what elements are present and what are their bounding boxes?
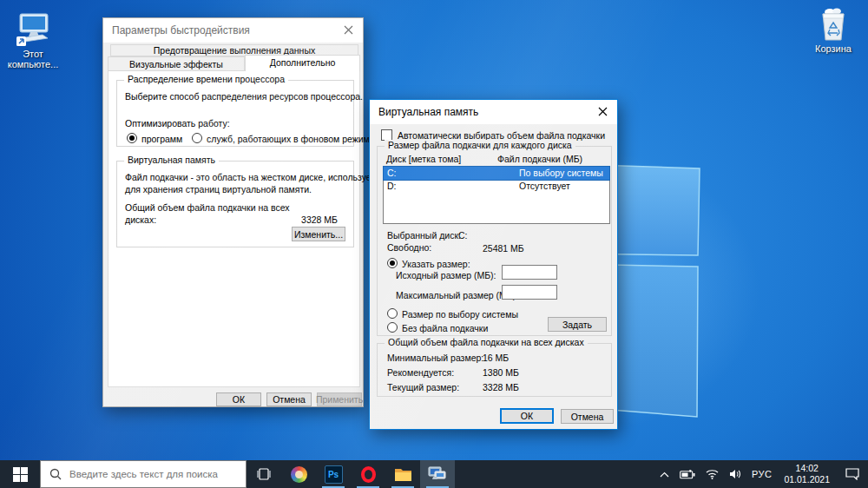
drive-letter: C:	[384, 167, 519, 180]
action-center-icon	[845, 468, 859, 480]
radio-custom-size[interactable]	[387, 258, 398, 268]
recycle-bin-icon	[817, 7, 850, 42]
tab-advanced[interactable]: Дополнительно	[245, 55, 360, 71]
total-pagefile-group: Общий объем файла подкачки на всех диска…	[377, 343, 612, 397]
close-icon[interactable]	[588, 100, 617, 123]
speaker-icon	[729, 469, 741, 479]
recommended-label: Рекомендуется:	[387, 367, 454, 378]
radio-no-pagefile[interactable]	[387, 322, 398, 333]
auto-manage-label[interactable]: Автоматически выбирать объем файла подка…	[398, 130, 605, 141]
radio-background-services[interactable]	[192, 133, 202, 143]
change-button[interactable]: Изменить...	[292, 227, 345, 241]
performance-dialog-title: Параметры быстродействия	[103, 24, 250, 36]
radio-background-services-label[interactable]: служб, работающих в фоновом режиме	[207, 134, 375, 144]
opera-app-button[interactable]	[351, 460, 385, 488]
drive-pagefile-value: По выбору системы	[519, 167, 609, 180]
desktop-icon-recycle-bin[interactable]: Корзина	[800, 7, 866, 54]
task-view-icon	[256, 467, 272, 481]
apply-button[interactable]: Применить	[317, 392, 362, 406]
language-indicator[interactable]: РУС	[746, 460, 778, 488]
radio-system-managed[interactable]	[387, 308, 398, 319]
photoshop-icon: Ps	[325, 465, 343, 484]
system-monitor-icon	[428, 466, 447, 482]
virtual-memory-dialog: Виртуальная память Автоматически выбират…	[369, 99, 618, 430]
virtual-memory-title: Виртуальная память	[370, 106, 478, 118]
action-center-button[interactable]	[837, 460, 868, 488]
clock-time: 14:02	[784, 463, 830, 474]
set-button[interactable]: Задать	[548, 317, 607, 332]
close-icon[interactable]	[333, 18, 363, 42]
drive-row-c[interactable]: C: По выбору системы	[384, 167, 609, 180]
optimize-label: Оптимизировать работу:	[125, 118, 230, 129]
file-explorer-button[interactable]	[385, 460, 420, 488]
desktop-icon-label: компьюте...	[0, 59, 66, 69]
pagefile-size-group: Размер файла подкачки для каждого диска	[377, 146, 612, 336]
start-button[interactable]	[0, 460, 40, 488]
virtual-memory-titlebar: Виртуальная память	[370, 100, 617, 124]
auto-manage-checkbox[interactable]	[381, 129, 392, 141]
tab-visual-effects[interactable]: Визуальные эффекты	[108, 56, 245, 71]
drive-letter: D:	[384, 180, 519, 193]
task-view-button[interactable]	[247, 460, 281, 488]
wifi-icon	[706, 469, 719, 479]
recommended-value: 1380 МБ	[483, 367, 519, 378]
initial-size-input[interactable]	[502, 265, 557, 280]
selected-drive-value: C:	[458, 230, 468, 241]
processor-description: Выберите способ распределения ресурсов п…	[125, 91, 363, 102]
battery-icon	[680, 470, 695, 479]
column-drive: Диск [метка тома]	[386, 154, 461, 164]
wallpaper-glow	[365, 104, 816, 478]
clock[interactable]: 14:02 01.01.2021	[777, 460, 837, 488]
min-size-value: 16 МБ	[483, 353, 509, 363]
pagefile-description-line1: Файл подкачки - это область на жестком д…	[125, 172, 387, 182]
cancel-button[interactable]: Отмена	[266, 392, 312, 406]
volume-status[interactable]	[724, 460, 746, 488]
taskbar-search[interactable]	[40, 460, 247, 488]
tray-chevron-button[interactable]	[654, 460, 674, 488]
network-status[interactable]	[700, 460, 724, 488]
system-properties-button[interactable]	[420, 460, 455, 488]
performance-dialog-titlebar: Параметры быстродействия	[103, 18, 363, 43]
windows-start-icon	[13, 467, 28, 482]
current-size-value: 3328 МБ	[483, 382, 519, 392]
selected-drive-label: Выбранный диск:	[387, 230, 461, 241]
radio-custom-size-label[interactable]: Указать размер:	[402, 259, 470, 269]
desktop-icon-this-pc[interactable]: Этот компьюте...	[0, 12, 66, 69]
virtual-memory-group: Виртуальная память	[116, 161, 354, 247]
chevron-up-icon	[660, 472, 669, 478]
processor-scheduling-group: Распределение времени процессора	[116, 80, 354, 147]
total-pagefile-label-line1: Общий объем файла подкачки на всех	[125, 202, 290, 213]
cancel-button[interactable]: Отмена	[561, 409, 614, 424]
pagefile-size-caption: Размер файла подкачки для каждого диска	[385, 140, 575, 150]
ok-button[interactable]: ОК	[500, 408, 554, 424]
column-pagefile: Файл подкачки (МБ)	[497, 154, 582, 164]
radio-system-managed-label[interactable]: Размер по выбору системы	[402, 309, 518, 320]
drive-row-d[interactable]: D: Отсутствует	[384, 180, 609, 193]
max-size-label: Максимальный размер (МБ):	[396, 290, 518, 300]
opera-icon	[361, 466, 376, 483]
system-tray: РУС 14:02 01.01.2021	[654, 460, 868, 488]
performance-options-dialog: Параметры быстродействия Предотвращение …	[102, 17, 364, 407]
battery-status[interactable]	[674, 460, 700, 488]
min-size-label: Минимальный размер:	[387, 353, 483, 363]
paint-icon	[291, 466, 307, 483]
tab-page-advanced	[108, 69, 360, 387]
free-space-value: 25481 МБ	[483, 243, 524, 254]
max-size-input[interactable]	[502, 285, 557, 300]
paint-app-button[interactable]	[281, 460, 316, 488]
drive-listbox[interactable]: C: По выбору системы D: Отсутствует	[383, 166, 610, 224]
search-icon	[49, 468, 62, 480]
taskbar: Ps	[0, 460, 868, 488]
free-space-label: Свободно:	[387, 242, 431, 253]
file-explorer-icon	[394, 467, 412, 482]
radio-programs-label[interactable]: программ	[141, 134, 182, 144]
ok-button[interactable]: ОК	[216, 392, 261, 406]
total-pagefile-value: 3328 МБ	[286, 214, 338, 225]
radio-programs[interactable]	[127, 133, 137, 143]
radio-no-pagefile-label[interactable]: Без файла подкачки	[402, 323, 488, 333]
photoshop-app-button[interactable]: Ps	[316, 460, 351, 488]
pagefile-description-line2: для хранения страниц виртуальной памяти.	[125, 184, 312, 195]
desktop-icon-label: Корзина	[800, 43, 866, 54]
desktop-icon-label: Этот	[0, 49, 66, 59]
search-input[interactable]	[69, 469, 230, 479]
